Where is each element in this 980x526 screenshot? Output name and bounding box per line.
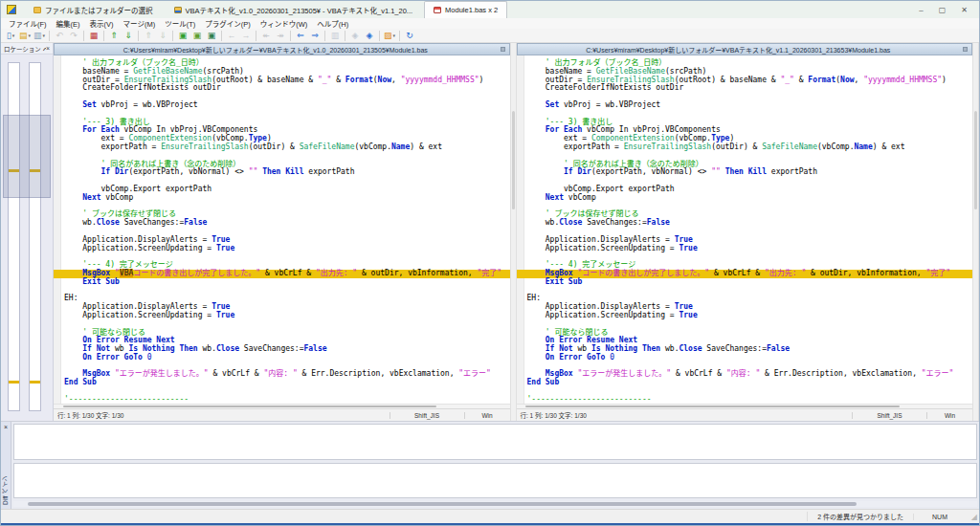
diff-line[interactable]: MsgBox "コードの書き出しが完了しました。" & vbCrLf & "出力… bbox=[517, 270, 973, 278]
code-line[interactable]: CreateFolderIfNotExists outDir bbox=[54, 84, 510, 93]
location-map[interactable] bbox=[1, 62, 53, 411]
code-line[interactable]: wb.Close SaveChanges:=False bbox=[54, 219, 510, 228]
code-line[interactable]: Set vbProj = wb.VBProject bbox=[54, 101, 510, 110]
menu-item[interactable]: 編集(E) bbox=[52, 18, 85, 29]
code-line[interactable]: '-------------------------- bbox=[517, 396, 973, 404]
diff-pane-title: Diff ペイン bbox=[1, 475, 11, 505]
all-left-button[interactable]: ⇐ bbox=[294, 30, 307, 42]
tab[interactable]: VBAテキスト化_v1.0_20260301_213505¥ - VBAテキスト… bbox=[165, 1, 423, 18]
code-line[interactable] bbox=[517, 287, 973, 296]
scrollbar-thumb[interactable] bbox=[512, 111, 515, 209]
code-line[interactable]: Next vbComp bbox=[54, 194, 510, 203]
code-line[interactable]: Exit Sub bbox=[54, 278, 510, 287]
dropdown-arrow-icon: ▾ bbox=[43, 33, 46, 38]
code-editor-right[interactable]: ' 出力フォルダ（ブック名_日時） baseName = GetFileBase… bbox=[517, 55, 973, 404]
code-line[interactable]: If Dir(exportPath, vbNormal) <> "" Then … bbox=[517, 168, 973, 177]
menu-item[interactable]: マージ(M) bbox=[119, 18, 161, 29]
toolbar-separator bbox=[379, 31, 380, 41]
all-diffs-button[interactable]: ▣ bbox=[205, 30, 218, 42]
dropdown-arrow-icon: ▾ bbox=[393, 33, 396, 38]
scrollbar-thumb[interactable] bbox=[63, 405, 437, 407]
auto-merge-icon: ▥ bbox=[331, 32, 340, 40]
diff-pane: × Diff ペイン bbox=[1, 421, 979, 509]
code-line[interactable]: '-------------------------- bbox=[54, 396, 510, 404]
toolbar-separator bbox=[399, 31, 400, 41]
code-line[interactable]: MsgBox "エラーが発生しました。" & vbCrLf & "内容: " &… bbox=[54, 370, 510, 379]
code-line[interactable]: On Error GoTo 0 bbox=[54, 354, 510, 362]
close-button[interactable]: ✕ bbox=[961, 6, 968, 14]
rescan-button[interactable]: ▦ bbox=[87, 30, 100, 42]
tab[interactable]: Module1.bas x 2 bbox=[424, 1, 507, 18]
eol-indicator: Win bbox=[926, 412, 972, 419]
code-line[interactable]: Application.ScreenUpdating = True bbox=[54, 245, 510, 253]
code-line[interactable]: End Sub bbox=[54, 379, 510, 387]
diff-marker[interactable] bbox=[30, 381, 40, 384]
code-line[interactable]: CreateFolderIfNotExists outDir bbox=[517, 84, 973, 93]
all-right-button[interactable]: ⇒ bbox=[308, 30, 322, 42]
folder-compare-icon bbox=[174, 7, 182, 13]
horizontal-scrollbar[interactable] bbox=[54, 404, 510, 408]
horizontal-scrollbar[interactable] bbox=[517, 404, 973, 408]
menu-item[interactable]: ファイル(F) bbox=[4, 18, 52, 29]
new-document-button[interactable]: ▯▾ bbox=[4, 30, 17, 42]
current-diff-button[interactable]: ▣ bbox=[176, 30, 189, 42]
compare-method-button[interactable]: ◈ bbox=[363, 30, 376, 42]
diff-marker[interactable] bbox=[9, 381, 19, 384]
code-line[interactable]: wb.Close SaveChanges:=False bbox=[517, 219, 973, 228]
close-icon[interactable]: × bbox=[4, 424, 8, 430]
refresh-button[interactable]: ↻ bbox=[403, 30, 416, 42]
plugin-settings-button[interactable]: ▨▾ bbox=[383, 30, 396, 42]
code-line[interactable]: MsgBox "エラーが発生しました。" & vbCrLf & "内容: " &… bbox=[517, 370, 973, 379]
diff-content-top[interactable] bbox=[13, 424, 977, 460]
menu-item[interactable]: ウィンドウ(W) bbox=[256, 18, 313, 29]
maximize-button[interactable]: ▢ bbox=[939, 6, 947, 14]
code-line[interactable]: Application.ScreenUpdating = True bbox=[517, 312, 973, 320]
winmerge-app-icon bbox=[7, 5, 16, 14]
diff-content-bottom[interactable] bbox=[13, 463, 977, 499]
pane-header-right[interactable]: C:¥Users¥miram¥Desktop¥新しいフォルダー¥VBAテキスト化… bbox=[517, 43, 973, 55]
code-line[interactable]: Next vbComp bbox=[517, 194, 973, 203]
code-line[interactable]: Set vbProj = wb.VBProject bbox=[517, 101, 973, 110]
scrollbar-thumb[interactable] bbox=[525, 405, 900, 407]
menu-item[interactable]: ツール(T) bbox=[160, 18, 200, 29]
refresh-pair-icon: ◈ bbox=[352, 32, 359, 40]
pane-header-left[interactable]: C:¥Users¥miram¥Desktop¥新しいフォルダー¥VBAテキスト化… bbox=[54, 43, 510, 55]
horizontal-scrollbar[interactable] bbox=[13, 501, 977, 507]
scrollbar-thumb[interactable] bbox=[28, 502, 857, 506]
menu-item[interactable]: ヘルプ(H) bbox=[312, 18, 353, 29]
close-icon[interactable]: × bbox=[46, 45, 50, 52]
code-line[interactable] bbox=[54, 287, 510, 296]
tab[interactable]: ファイルまたはフォルダーの選択 bbox=[24, 1, 163, 18]
diff-line[interactable]: MsgBox "VBAコードの書き出しが完了しました。" & vbCrLf & … bbox=[54, 270, 510, 278]
save-icon: ▥ bbox=[33, 32, 42, 40]
pane-header-button[interactable] bbox=[501, 47, 505, 52]
next-diff-button[interactable]: ⇓ bbox=[122, 30, 135, 42]
minimize-button[interactable]: – bbox=[919, 6, 923, 14]
code-line[interactable]: On Error GoTo 0 bbox=[517, 354, 973, 362]
vertical-scrollbar[interactable] bbox=[510, 43, 517, 421]
code-line[interactable]: If Dir(exportPath, vbNormal) <> "" Then … bbox=[54, 168, 510, 177]
winmerge-window: ファイルまたはフォルダーの選択VBAテキスト化_v1.0_20260301_21… bbox=[0, 0, 980, 526]
compare-area: ロケーション ペイン × C:¥Users¥miram¥Desktop¥新しいフ… bbox=[1, 43, 979, 421]
code-line[interactable]: Exit Sub bbox=[517, 278, 973, 287]
scrollbar-thumb[interactable] bbox=[974, 111, 977, 209]
open-button[interactable]: ▤▾ bbox=[18, 30, 32, 42]
code-line[interactable]: exportPath = EnsureTrailingSlash(outDir)… bbox=[517, 143, 973, 152]
cursor-position: 行: 1 列: 1/30 文字: 1/30 bbox=[517, 410, 853, 420]
resize-grip[interactable]: ◢ bbox=[966, 513, 979, 521]
code-line[interactable]: End Sub bbox=[517, 379, 973, 387]
all-left-icon: ⇐ bbox=[297, 32, 304, 40]
code-line[interactable]: exportPath = EnsureTrailingSlash(outDir)… bbox=[54, 143, 510, 152]
pane-header-button[interactable] bbox=[963, 47, 968, 52]
redo-icon: ↷ bbox=[70, 32, 78, 40]
select-line-diff-button[interactable]: ▣ bbox=[190, 30, 204, 42]
prev-diff-button[interactable]: ⇑ bbox=[107, 30, 121, 42]
menu-item[interactable]: プラグイン(P) bbox=[200, 18, 256, 29]
code-line[interactable]: Application.ScreenUpdating = True bbox=[54, 312, 510, 320]
save-button[interactable]: ▥▾ bbox=[33, 30, 46, 42]
visible-area-indicator[interactable] bbox=[3, 115, 51, 199]
menu-item[interactable]: 表示(V) bbox=[85, 18, 119, 29]
code-editor-left[interactable]: ' 出力フォルダ（ブック名_日時） baseName = GetFileBase… bbox=[54, 55, 510, 404]
vertical-scrollbar[interactable] bbox=[972, 43, 979, 421]
code-line[interactable]: Application.ScreenUpdating = True bbox=[517, 245, 973, 253]
